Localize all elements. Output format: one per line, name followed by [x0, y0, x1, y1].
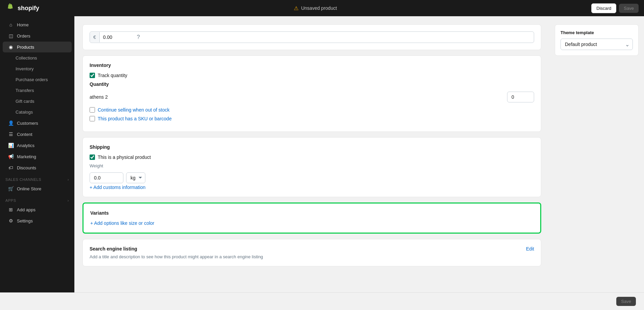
quantity-title: Quantity [90, 81, 534, 87]
price-prefix: € [90, 32, 100, 42]
brand-name: shopify [18, 5, 39, 12]
marketing-icon: 📢 [8, 154, 14, 159]
home-icon: ⌂ [8, 22, 14, 27]
sidebar-label-catalogs: Catalogs [16, 110, 33, 115]
weight-input[interactable] [90, 172, 123, 183]
sales-channels-section: Sales channels › [0, 173, 74, 183]
sidebar-label-add-apps: Add apps [17, 207, 35, 212]
sidebar-label-transfers: Transfers [16, 88, 34, 93]
sidebar-label-settings: Settings [17, 218, 33, 223]
shipping-title: Shipping [90, 144, 534, 150]
location-name: athens 2 [90, 94, 108, 100]
price-input[interactable] [100, 32, 134, 42]
sidebar-item-discounts[interactable]: 🏷 Discounts [3, 162, 72, 173]
sel-description: Add a title and description to see how t… [90, 254, 534, 259]
weight-row: kg lb oz g [90, 172, 534, 183]
warning-icon: ⚠ [294, 5, 299, 11]
sidebar-label-online-store: Online Store [17, 186, 41, 191]
sidebar-item-collections[interactable]: Collections [3, 53, 72, 63]
physical-product-checkbox[interactable] [90, 154, 95, 160]
track-quantity-label: Track quantity [98, 73, 127, 78]
sidebar-label-home: Home [17, 22, 29, 27]
sidebar-item-transfers[interactable]: Transfers [3, 85, 72, 96]
main-content: € ? Inventory Track quantity Quantity at… [74, 16, 549, 292]
analytics-icon: 📊 [8, 143, 14, 148]
add-customs-link[interactable]: + Add customs information [90, 185, 534, 190]
theme-template-select-wrapper: Default product Custom template 1 Custom… [560, 39, 633, 50]
expand-icon[interactable]: › [68, 177, 69, 182]
sidebar-item-settings[interactable]: ⚙ Settings [3, 215, 72, 226]
apps-section: Apps › [0, 194, 74, 204]
topbar-center: ⚠ Unsaved product [294, 5, 337, 11]
continue-selling-checkbox[interactable] [90, 107, 95, 113]
sidebar-label-products: Products [17, 45, 34, 50]
variants-title: Variants [90, 210, 533, 216]
sidebar-item-customers[interactable]: 👤 Customers [3, 118, 72, 128]
track-quantity-row: Track quantity [90, 73, 534, 78]
physical-product-label: This is a physical product [98, 154, 151, 160]
continue-selling-row: Continue selling when out of stock [90, 107, 534, 113]
sidebar-label-gift-cards: Gift cards [16, 99, 34, 104]
sku-barcode-label: This product has a SKU or barcode [98, 116, 172, 121]
content-icon: ☰ [8, 132, 14, 137]
sidebar-item-home[interactable]: ⌂ Home [3, 19, 72, 30]
variants-card: Variants + Add options like size or colo… [82, 202, 541, 234]
sidebar: ⌂ Home ◫ Orders ◉ Products Collections I… [0, 16, 74, 292]
add-customs-label: + Add customs information [90, 185, 145, 190]
bottom-bar: Save [0, 292, 644, 310]
app-body: ⌂ Home ◫ Orders ◉ Products Collections I… [0, 16, 644, 292]
right-sidebar: Theme template Default product Custom te… [549, 16, 644, 292]
continue-selling-label: Continue selling when out of stock [98, 107, 169, 113]
sidebar-item-catalogs[interactable]: Catalogs [3, 107, 72, 117]
theme-template-title: Theme template [560, 30, 633, 35]
add-variants-label: + Add options like size or color [90, 220, 154, 226]
sku-barcode-checkbox[interactable] [90, 116, 95, 121]
sidebar-item-online-store[interactable]: 🛒 Online Store [3, 183, 72, 194]
quantity-input[interactable] [507, 92, 534, 102]
customers-icon: 👤 [8, 120, 14, 126]
price-card: € ? [82, 24, 541, 50]
settings-icon: ⚙ [8, 218, 14, 223]
sidebar-label-collections: Collections [16, 55, 37, 61]
add-variants-link[interactable]: + Add options like size or color [90, 220, 533, 226]
sidebar-item-gift-cards[interactable]: Gift cards [3, 96, 72, 106]
save-button-bottom[interactable]: Save [616, 297, 636, 306]
track-quantity-checkbox[interactable] [90, 73, 95, 78]
topbar: shopify ⚠ Unsaved product Discard Save [0, 0, 644, 16]
shipping-card: Shipping This is a physical product Weig… [82, 137, 541, 197]
sidebar-item-marketing[interactable]: 📢 Marketing [3, 151, 72, 162]
sidebar-item-products[interactable]: ◉ Products [3, 42, 72, 52]
orders-icon: ◫ [8, 33, 14, 39]
add-apps-icon: ⊞ [8, 207, 14, 212]
sidebar-item-analytics[interactable]: 📊 Analytics [3, 140, 72, 151]
page-status: Unsaved product [301, 5, 337, 11]
discard-button[interactable]: Discard [591, 3, 616, 13]
topbar-left: shopify [5, 3, 39, 13]
topbar-right: Discard Save [591, 3, 639, 13]
sidebar-label-discounts: Discounts [17, 165, 36, 170]
shopify-logo: shopify [5, 3, 39, 13]
search-engine-listing-card: Search engine listing Edit Add a title a… [82, 239, 541, 266]
sel-edit-button[interactable]: Edit [526, 246, 534, 252]
sidebar-item-add-apps[interactable]: ⊞ Add apps [3, 204, 72, 215]
sidebar-item-orders[interactable]: ◫ Orders [3, 30, 72, 41]
sidebar-label-purchase-orders: Purchase orders [16, 77, 48, 82]
theme-template-select[interactable]: Default product Custom template 1 Custom… [560, 39, 633, 50]
inventory-title: Inventory [90, 63, 534, 68]
sidebar-item-content[interactable]: ☰ Content [3, 129, 72, 140]
sel-title: Search engine listing [90, 246, 137, 252]
save-button-top[interactable]: Save [619, 4, 639, 13]
discounts-icon: 🏷 [8, 165, 14, 170]
sel-header: Search engine listing Edit [90, 246, 534, 252]
weight-label: Weight [90, 163, 534, 168]
inventory-card: Inventory Track quantity Quantity athens… [82, 55, 541, 132]
apps-expand-icon[interactable]: › [68, 198, 69, 202]
theme-template-card: Theme template Default product Custom te… [555, 24, 639, 56]
weight-unit-select[interactable]: kg lb oz g [126, 172, 145, 183]
sidebar-item-inventory[interactable]: Inventory [3, 64, 72, 74]
price-input-group: € ? [90, 31, 534, 43]
sidebar-label-content: Content [17, 132, 32, 137]
price-help-icon[interactable]: ? [134, 32, 143, 43]
sku-barcode-row: This product has a SKU or barcode [90, 116, 534, 121]
sidebar-item-purchase-orders[interactable]: Purchase orders [3, 74, 72, 85]
